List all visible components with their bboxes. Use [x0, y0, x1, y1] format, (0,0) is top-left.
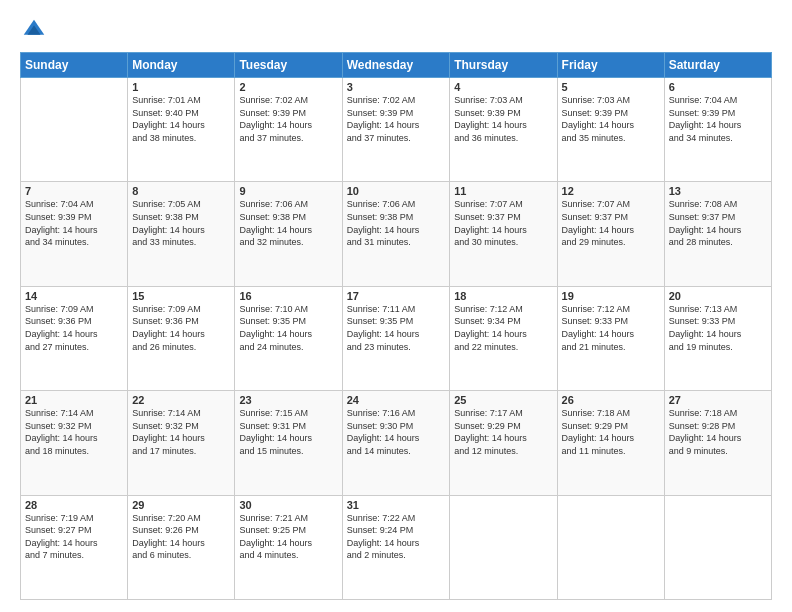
day-info: Sunrise: 7:02 AMSunset: 9:39 PMDaylight:…	[239, 94, 337, 144]
day-number: 25	[454, 394, 552, 406]
day-number: 5	[562, 81, 660, 93]
calendar-empty-cell	[557, 495, 664, 599]
calendar-day-10: 10Sunrise: 7:06 AMSunset: 9:38 PMDayligh…	[342, 182, 450, 286]
day-info: Sunrise: 7:09 AMSunset: 9:36 PMDaylight:…	[25, 303, 123, 353]
day-number: 26	[562, 394, 660, 406]
day-info: Sunrise: 7:20 AMSunset: 9:26 PMDaylight:…	[132, 512, 230, 562]
day-info: Sunrise: 7:22 AMSunset: 9:24 PMDaylight:…	[347, 512, 446, 562]
day-info: Sunrise: 7:04 AMSunset: 9:39 PMDaylight:…	[25, 198, 123, 248]
header-saturday: Saturday	[664, 53, 771, 78]
day-number: 12	[562, 185, 660, 197]
day-info: Sunrise: 7:19 AMSunset: 9:27 PMDaylight:…	[25, 512, 123, 562]
calendar-week-row: 28Sunrise: 7:19 AMSunset: 9:27 PMDayligh…	[21, 495, 772, 599]
calendar-day-18: 18Sunrise: 7:12 AMSunset: 9:34 PMDayligh…	[450, 286, 557, 390]
day-info: Sunrise: 7:03 AMSunset: 9:39 PMDaylight:…	[454, 94, 552, 144]
calendar-day-26: 26Sunrise: 7:18 AMSunset: 9:29 PMDayligh…	[557, 391, 664, 495]
calendar-day-19: 19Sunrise: 7:12 AMSunset: 9:33 PMDayligh…	[557, 286, 664, 390]
header-wednesday: Wednesday	[342, 53, 450, 78]
calendar-empty-cell	[21, 78, 128, 182]
day-info: Sunrise: 7:12 AMSunset: 9:33 PMDaylight:…	[562, 303, 660, 353]
day-number: 9	[239, 185, 337, 197]
header-tuesday: Tuesday	[235, 53, 342, 78]
calendar-day-21: 21Sunrise: 7:14 AMSunset: 9:32 PMDayligh…	[21, 391, 128, 495]
day-info: Sunrise: 7:08 AMSunset: 9:37 PMDaylight:…	[669, 198, 767, 248]
calendar-week-row: 7Sunrise: 7:04 AMSunset: 9:39 PMDaylight…	[21, 182, 772, 286]
day-number: 14	[25, 290, 123, 302]
day-info: Sunrise: 7:13 AMSunset: 9:33 PMDaylight:…	[669, 303, 767, 353]
day-info: Sunrise: 7:01 AMSunset: 9:40 PMDaylight:…	[132, 94, 230, 144]
header	[20, 16, 772, 44]
calendar-week-row: 1Sunrise: 7:01 AMSunset: 9:40 PMDaylight…	[21, 78, 772, 182]
day-info: Sunrise: 7:06 AMSunset: 9:38 PMDaylight:…	[239, 198, 337, 248]
day-number: 31	[347, 499, 446, 511]
day-number: 17	[347, 290, 446, 302]
page: SundayMondayTuesdayWednesdayThursdayFrid…	[0, 0, 792, 612]
header-thursday: Thursday	[450, 53, 557, 78]
day-info: Sunrise: 7:02 AMSunset: 9:39 PMDaylight:…	[347, 94, 446, 144]
calendar-header-row: SundayMondayTuesdayWednesdayThursdayFrid…	[21, 53, 772, 78]
calendar-day-27: 27Sunrise: 7:18 AMSunset: 9:28 PMDayligh…	[664, 391, 771, 495]
day-info: Sunrise: 7:18 AMSunset: 9:29 PMDaylight:…	[562, 407, 660, 457]
day-number: 15	[132, 290, 230, 302]
day-info: Sunrise: 7:21 AMSunset: 9:25 PMDaylight:…	[239, 512, 337, 562]
calendar-day-30: 30Sunrise: 7:21 AMSunset: 9:25 PMDayligh…	[235, 495, 342, 599]
day-number: 18	[454, 290, 552, 302]
calendar-day-8: 8Sunrise: 7:05 AMSunset: 9:38 PMDaylight…	[128, 182, 235, 286]
calendar-day-29: 29Sunrise: 7:20 AMSunset: 9:26 PMDayligh…	[128, 495, 235, 599]
day-info: Sunrise: 7:07 AMSunset: 9:37 PMDaylight:…	[454, 198, 552, 248]
day-number: 4	[454, 81, 552, 93]
day-number: 21	[25, 394, 123, 406]
calendar-day-1: 1Sunrise: 7:01 AMSunset: 9:40 PMDaylight…	[128, 78, 235, 182]
day-number: 8	[132, 185, 230, 197]
calendar-day-22: 22Sunrise: 7:14 AMSunset: 9:32 PMDayligh…	[128, 391, 235, 495]
day-number: 11	[454, 185, 552, 197]
calendar-day-9: 9Sunrise: 7:06 AMSunset: 9:38 PMDaylight…	[235, 182, 342, 286]
day-number: 22	[132, 394, 230, 406]
calendar-day-6: 6Sunrise: 7:04 AMSunset: 9:39 PMDaylight…	[664, 78, 771, 182]
calendar-day-2: 2Sunrise: 7:02 AMSunset: 9:39 PMDaylight…	[235, 78, 342, 182]
day-number: 24	[347, 394, 446, 406]
logo	[20, 16, 52, 44]
calendar-day-3: 3Sunrise: 7:02 AMSunset: 9:39 PMDaylight…	[342, 78, 450, 182]
day-number: 2	[239, 81, 337, 93]
day-number: 30	[239, 499, 337, 511]
calendar-day-12: 12Sunrise: 7:07 AMSunset: 9:37 PMDayligh…	[557, 182, 664, 286]
calendar-day-11: 11Sunrise: 7:07 AMSunset: 9:37 PMDayligh…	[450, 182, 557, 286]
header-sunday: Sunday	[21, 53, 128, 78]
calendar-day-16: 16Sunrise: 7:10 AMSunset: 9:35 PMDayligh…	[235, 286, 342, 390]
calendar-day-5: 5Sunrise: 7:03 AMSunset: 9:39 PMDaylight…	[557, 78, 664, 182]
day-info: Sunrise: 7:03 AMSunset: 9:39 PMDaylight:…	[562, 94, 660, 144]
day-info: Sunrise: 7:11 AMSunset: 9:35 PMDaylight:…	[347, 303, 446, 353]
header-monday: Monday	[128, 53, 235, 78]
day-number: 3	[347, 81, 446, 93]
day-number: 27	[669, 394, 767, 406]
calendar-empty-cell	[450, 495, 557, 599]
calendar-day-25: 25Sunrise: 7:17 AMSunset: 9:29 PMDayligh…	[450, 391, 557, 495]
calendar-day-15: 15Sunrise: 7:09 AMSunset: 9:36 PMDayligh…	[128, 286, 235, 390]
day-number: 16	[239, 290, 337, 302]
calendar-day-7: 7Sunrise: 7:04 AMSunset: 9:39 PMDaylight…	[21, 182, 128, 286]
day-info: Sunrise: 7:05 AMSunset: 9:38 PMDaylight:…	[132, 198, 230, 248]
day-info: Sunrise: 7:14 AMSunset: 9:32 PMDaylight:…	[132, 407, 230, 457]
calendar-table: SundayMondayTuesdayWednesdayThursdayFrid…	[20, 52, 772, 600]
calendar-day-23: 23Sunrise: 7:15 AMSunset: 9:31 PMDayligh…	[235, 391, 342, 495]
header-friday: Friday	[557, 53, 664, 78]
day-number: 19	[562, 290, 660, 302]
day-info: Sunrise: 7:07 AMSunset: 9:37 PMDaylight:…	[562, 198, 660, 248]
day-number: 20	[669, 290, 767, 302]
calendar-day-28: 28Sunrise: 7:19 AMSunset: 9:27 PMDayligh…	[21, 495, 128, 599]
day-info: Sunrise: 7:06 AMSunset: 9:38 PMDaylight:…	[347, 198, 446, 248]
day-number: 7	[25, 185, 123, 197]
day-number: 1	[132, 81, 230, 93]
day-info: Sunrise: 7:09 AMSunset: 9:36 PMDaylight:…	[132, 303, 230, 353]
day-info: Sunrise: 7:18 AMSunset: 9:28 PMDaylight:…	[669, 407, 767, 457]
calendar-week-row: 14Sunrise: 7:09 AMSunset: 9:36 PMDayligh…	[21, 286, 772, 390]
calendar-day-14: 14Sunrise: 7:09 AMSunset: 9:36 PMDayligh…	[21, 286, 128, 390]
day-number: 6	[669, 81, 767, 93]
calendar-day-31: 31Sunrise: 7:22 AMSunset: 9:24 PMDayligh…	[342, 495, 450, 599]
calendar-day-17: 17Sunrise: 7:11 AMSunset: 9:35 PMDayligh…	[342, 286, 450, 390]
day-info: Sunrise: 7:17 AMSunset: 9:29 PMDaylight:…	[454, 407, 552, 457]
calendar-day-13: 13Sunrise: 7:08 AMSunset: 9:37 PMDayligh…	[664, 182, 771, 286]
calendar-day-4: 4Sunrise: 7:03 AMSunset: 9:39 PMDaylight…	[450, 78, 557, 182]
calendar-day-24: 24Sunrise: 7:16 AMSunset: 9:30 PMDayligh…	[342, 391, 450, 495]
